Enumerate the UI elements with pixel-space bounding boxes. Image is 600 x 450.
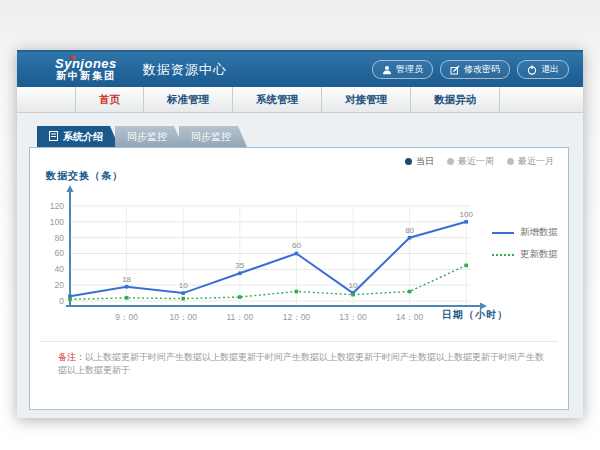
panel-divider [40,341,558,342]
svg-text:18: 18 [122,275,131,284]
footnote-label: 备注： [58,352,85,362]
page-title: 数据资源中心 [143,61,227,79]
nav-item-home[interactable]: 首页 [75,87,144,112]
legend-item-updated-data: 更新数据 [492,248,558,261]
company-logo: ✱ Synjones 新中新集团 [55,57,117,81]
admin-user-label: 管理员 [396,63,423,76]
tab-sync-monitor-1[interactable]: 同步监控 [115,126,183,147]
tab-system-intro-label: 系统介绍 [63,130,103,144]
app-header: ✱ Synjones 新中新集团 数据资源中心 管理员 修改密码 [17,50,583,87]
user-actions: 管理员 修改密码 退出 [372,52,569,87]
tab-sync-monitor-1-label: 同步监控 [127,130,167,144]
x-axis-title: 日期（小时） [442,308,508,322]
app-window: ✱ Synjones 新中新集团 数据资源中心 管理员 修改密码 [17,50,583,418]
svg-text:14：00: 14：00 [396,312,424,322]
svg-text:35: 35 [235,261,244,270]
document-icon [49,131,58,143]
chart-panel: 当日 最近一周 最近一月 数据交换（条） 0204060801001209：00… [29,147,569,410]
svg-text:80: 80 [405,226,414,235]
logo-star-icon: ✱ [70,54,76,61]
content-area: 系统介绍 同步监控 同步监控 当日 最近一周 [17,113,583,418]
footnote: 备注：以上数据更新于时间产生数据以上数据更新于时间产生数据以上数据更新于时间产生… [58,351,550,376]
edit-icon [450,65,460,75]
admin-user-button[interactable]: 管理员 [372,60,433,79]
svg-text:12：00: 12：00 [283,312,311,322]
legend-line-solid-icon [492,232,514,234]
svg-text:10: 10 [349,281,358,290]
tab-sync-monitor-2[interactable]: 同步监控 [179,126,247,147]
logo-company: 新中新集团 [55,71,117,82]
legend-line-dotted-icon [492,254,514,256]
svg-text:10：00: 10：00 [169,312,197,322]
svg-text:60: 60 [55,248,65,258]
svg-text:100: 100 [460,210,474,219]
tab-system-intro[interactable]: 系统介绍 [37,126,119,147]
footnote-text: 以上数据更新于时间产生数据以上数据更新于时间产生数据以上数据更新于时间产生数据以… [58,352,544,375]
legend-item-new-data: 新增数据 [492,226,558,239]
nav-item-standard-mgmt[interactable]: 标准管理 [144,87,233,112]
tab-sync-monitor-2-label: 同步监控 [191,130,231,144]
svg-text:60: 60 [292,241,301,250]
svg-text:13：00: 13：00 [339,312,367,322]
svg-text:9：00: 9：00 [115,312,138,322]
logout-button[interactable]: 退出 [517,60,569,79]
svg-text:10: 10 [179,281,188,290]
user-icon [382,65,392,75]
change-password-button[interactable]: 修改密码 [440,60,510,79]
svg-text:40: 40 [55,264,65,274]
svg-text:20: 20 [55,280,65,290]
legend-new-data-label: 新增数据 [520,226,558,239]
svg-text:120: 120 [50,201,64,211]
logo-brand: Synjones [55,57,117,71]
svg-text:80: 80 [55,233,65,243]
chart-legend: 新增数据 更新数据 [492,226,558,261]
change-password-label: 修改密码 [464,63,500,76]
logout-icon [527,65,537,75]
tab-bar: 系统介绍 同步监控 同步监控 [37,126,243,147]
svg-text:11：00: 11：00 [226,312,253,322]
nav-item-interface-mgmt[interactable]: 对接管理 [322,87,411,112]
nav-item-data-change[interactable]: 数据异动 [411,87,500,112]
nav-item-system-mgmt[interactable]: 系统管理 [233,87,322,112]
svg-text:0: 0 [59,296,64,306]
main-nav: 首页 标准管理 系统管理 对接管理 数据异动 [17,87,583,113]
legend-updated-data-label: 更新数据 [520,248,558,261]
svg-text:100: 100 [50,217,64,227]
logout-label: 退出 [541,63,559,76]
